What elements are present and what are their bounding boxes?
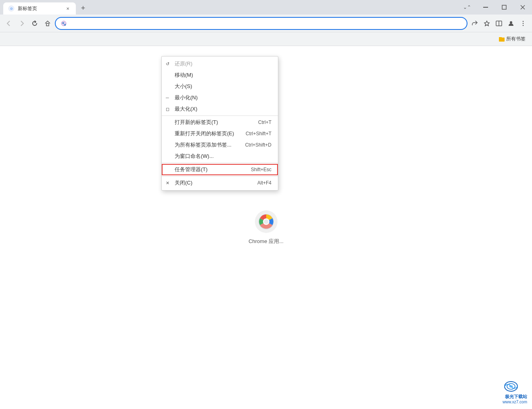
maximize-check-icon: ◻ <box>166 107 169 112</box>
menu-button[interactable] <box>517 18 529 29</box>
menu-item-taskmanager[interactable]: 任务管理器(T) Shift+Esc <box>162 164 278 175</box>
menu-item-namewnd[interactable]: 为窗口命名(W)... <box>162 151 278 162</box>
titlebar-extra-icon: ⌄⌃ <box>458 0 476 15</box>
menu-taskmanager-shortcut: Shift+Esc <box>251 167 271 172</box>
svg-rect-3 <box>483 7 488 8</box>
tab-strip: ⊙ 新标签页 ✕ + <box>0 0 89 15</box>
menu-item-bookmarkall[interactable]: 为所有标签页添加书签... Ctrl+Shift+D <box>162 139 278 151</box>
restore-icon: ↺ <box>166 61 169 67</box>
title-bar: ⊙ 新标签页 ✕ + ⌄⌃ <box>0 0 532 15</box>
menu-bookmarkall-shortcut: Ctrl+Shift+D <box>245 142 271 148</box>
watermark-site-url: www.xz7.com <box>503 400 527 404</box>
menu-newtab-label: 打开新的标签页(T) <box>175 119 218 126</box>
menu-reopentab-label: 重新打开关闭的标签页(E) <box>175 130 234 137</box>
svg-text:⌄⌃: ⌄⌃ <box>463 4 471 10</box>
menu-namewnd-label: 为窗口命名(W)... <box>175 153 214 160</box>
svg-marker-10 <box>484 21 489 26</box>
close-button[interactable] <box>513 0 532 15</box>
bookmarks-bar: 所有书签 <box>0 32 532 46</box>
menu-size-label: 大小(S) <box>175 83 192 90</box>
forward-button[interactable] <box>16 18 27 29</box>
menu-item-close[interactable]: ✕ 关闭(C) Alt+F4 <box>162 177 278 189</box>
bookmark-button[interactable] <box>481 18 492 29</box>
new-tab-button[interactable]: + <box>77 2 89 14</box>
menu-separator-1 <box>162 115 278 116</box>
tab-title: 新标签页 <box>18 5 61 12</box>
menu-item-maximize[interactable]: ◻ 最大化(X) <box>162 103 278 115</box>
toolbar: 🐾 <box>0 15 532 32</box>
address-input[interactable] <box>70 20 462 27</box>
svg-text:🐾: 🐾 <box>62 21 67 26</box>
main-content: Chrome 应用... ↺ 还原(R) 移动(M) 大小(S) ─ 最小化(N… <box>0 46 532 409</box>
menu-maximize-label: 最大化(X) <box>175 105 197 113</box>
svg-point-14 <box>523 21 524 22</box>
svg-point-15 <box>523 23 524 24</box>
reload-button[interactable] <box>29 18 40 29</box>
back-button[interactable] <box>3 18 15 29</box>
svg-rect-4 <box>502 5 506 9</box>
menu-separator-2 <box>162 163 278 163</box>
watermark: 极光下载站 www.xz7.com <box>503 379 527 404</box>
chrome-app-area: Chrome 应用... <box>248 210 284 245</box>
menu-item-restore[interactable]: ↺ 还原(R) <box>162 58 278 69</box>
split-view-button[interactable] <box>493 18 505 29</box>
watermark-icon <box>503 379 527 394</box>
home-button[interactable] <box>42 18 53 29</box>
svg-point-13 <box>510 21 512 23</box>
svg-text:⊙: ⊙ <box>10 7 13 10</box>
address-bar[interactable]: 🐾 <box>55 17 467 30</box>
menu-taskmanager-label: 任务管理器(T) <box>175 166 208 173</box>
menu-item-newtab[interactable]: 打开新的标签页(T) Ctrl+T <box>162 117 278 128</box>
all-bookmarks-item[interactable]: 所有书签 <box>496 34 529 44</box>
menu-move-label: 移动(M) <box>175 71 193 79</box>
menu-item-move[interactable]: 移动(M) <box>162 69 278 81</box>
menu-bookmarkall-label: 为所有标签页添加书签... <box>175 141 232 149</box>
menu-item-size[interactable]: 大小(S) <box>162 81 278 92</box>
chrome-logo <box>255 210 277 233</box>
toolbar-right-buttons <box>469 18 529 29</box>
menu-close-label: 关闭(C) <box>175 179 192 187</box>
window-controls: ⌄⌃ <box>458 0 532 15</box>
svg-point-20 <box>264 219 269 224</box>
menu-separator-3 <box>162 176 278 176</box>
chrome-app-label: Chrome 应用... <box>248 238 284 245</box>
svg-rect-17 <box>499 38 505 42</box>
restore-button[interactable] <box>495 0 513 15</box>
menu-minimize-label: 最小化(N) <box>175 94 198 101</box>
all-bookmarks-label: 所有书签 <box>506 36 526 42</box>
menu-restore-label: 还原(R) <box>175 60 192 67</box>
share-button[interactable] <box>469 18 480 29</box>
tab-favicon-icon: ⊙ <box>8 5 15 12</box>
active-tab[interactable]: ⊙ 新标签页 ✕ <box>3 2 76 15</box>
menu-item-reopentab[interactable]: 重新打开关闭的标签页(E) Ctrl+Shift+T <box>162 128 278 139</box>
menu-reopentab-shortcut: Ctrl+Shift+T <box>246 131 271 136</box>
context-menu: ↺ 还原(R) 移动(M) 大小(S) ─ 最小化(N) ◻ 最大化(X) 打开… <box>161 56 278 191</box>
svg-rect-7 <box>46 23 49 26</box>
svg-point-16 <box>523 25 524 26</box>
menu-close-shortcut: Alt+F4 <box>257 180 271 186</box>
minimize-button[interactable] <box>476 0 495 15</box>
watermark-logo: 极光下载站 www.xz7.com <box>503 379 527 404</box>
menu-item-minimize[interactable]: ─ 最小化(N) <box>162 92 278 103</box>
chrome-icon <box>258 214 274 230</box>
watermark-site-name: 极光下载站 <box>503 394 527 400</box>
folder-icon <box>499 36 505 42</box>
tab-close-button[interactable]: ✕ <box>65 5 71 12</box>
profile-button[interactable] <box>505 18 517 29</box>
address-favicon-icon: 🐾 <box>61 20 67 27</box>
minimize-icon: ─ <box>166 95 169 100</box>
menu-newtab-shortcut: Ctrl+T <box>258 120 271 125</box>
close-menu-icon: ✕ <box>166 180 169 186</box>
